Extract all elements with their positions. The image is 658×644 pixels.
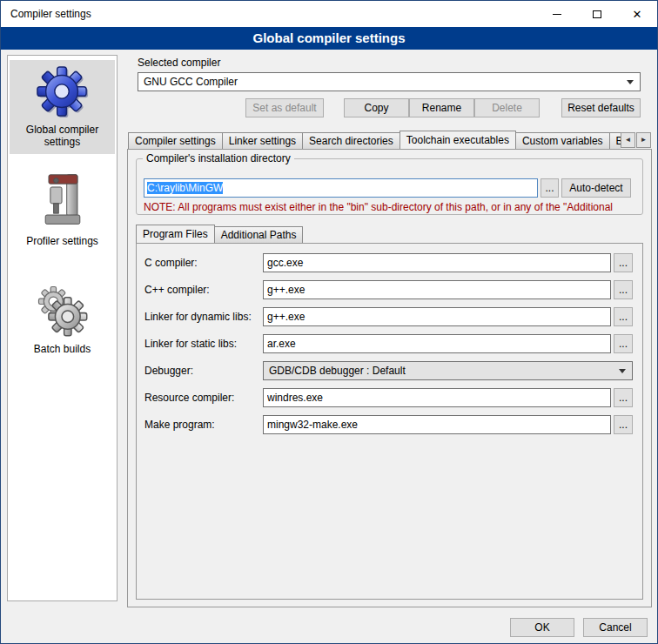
field-row-linker-dynamic: Linker for dynamic libs: ... bbox=[144, 307, 642, 326]
field-row-c-compiler: C compiler: ... bbox=[144, 253, 642, 272]
debugger-value: GDB/CDB debugger : Default bbox=[269, 365, 406, 377]
tab-linker-settings[interactable]: Linker settings bbox=[222, 132, 303, 149]
field-row-resource-compiler: Resource compiler: ... bbox=[144, 388, 642, 407]
close-icon: ✕ bbox=[633, 9, 642, 20]
tab-additional-paths[interactable]: Additional Paths bbox=[214, 226, 304, 243]
field-row-debugger: Debugger: GDB/CDB debugger : Default bbox=[144, 361, 642, 380]
sidebar-item-global-compiler-settings[interactable]: Global compiler settings bbox=[10, 60, 115, 154]
c-compiler-browse-button[interactable]: ... bbox=[614, 253, 633, 272]
delete-button[interactable]: Delete bbox=[474, 98, 540, 117]
tab-toolchain-executables[interactable]: Toolchain executables bbox=[400, 131, 516, 149]
resource-compiler-browse-button[interactable]: ... bbox=[614, 388, 633, 407]
auto-detect-button[interactable]: Auto-detect bbox=[561, 178, 631, 198]
c-compiler-label: C compiler: bbox=[144, 257, 263, 269]
dialog-header: Global compiler settings bbox=[1, 27, 657, 50]
compiler-settings-window: Compiler settings ✕ Global compiler sett… bbox=[0, 0, 658, 644]
linker-dynamic-input[interactable] bbox=[263, 307, 611, 326]
linker-static-label: Linker for static libs: bbox=[144, 338, 263, 350]
sidebar-item-label: Batch builds bbox=[11, 343, 113, 355]
installation-directory-group: Compiler's installation directory C:\ray… bbox=[136, 158, 643, 215]
chevron-down-icon bbox=[627, 80, 634, 84]
minimize-button[interactable] bbox=[537, 1, 577, 27]
make-program-input[interactable] bbox=[263, 415, 611, 434]
sidebar-item-batch-builds[interactable]: Batch builds bbox=[10, 279, 115, 361]
linker-dynamic-label: Linker for dynamic libs: bbox=[144, 311, 263, 323]
titlebar: Compiler settings ✕ bbox=[1, 1, 657, 27]
selected-compiler-select[interactable]: GNU GCC Compiler bbox=[138, 72, 641, 91]
tab-program-files[interactable]: Program Files bbox=[136, 225, 215, 243]
ok-button[interactable]: OK bbox=[510, 618, 574, 637]
set-as-default-button[interactable]: Set as default bbox=[245, 98, 324, 117]
tab-custom-variables[interactable]: Custom variables bbox=[515, 132, 610, 149]
tab-scroll-right-button[interactable]: ► bbox=[636, 132, 651, 148]
make-program-browse-button[interactable]: ... bbox=[614, 415, 633, 434]
linker-dynamic-browse-button[interactable]: ... bbox=[614, 307, 633, 326]
linker-static-input[interactable] bbox=[263, 334, 611, 353]
selected-compiler-value: GNU GCC Compiler bbox=[144, 76, 238, 88]
bin-subdirectory-note: NOTE: All programs must exist either in … bbox=[144, 201, 640, 213]
reset-defaults-button[interactable]: Reset defaults bbox=[561, 98, 641, 117]
cancel-button[interactable]: Cancel bbox=[583, 618, 648, 637]
sidebar-item-label: Profiler settings bbox=[11, 235, 113, 247]
tab-scroll-left-button[interactable]: ◄ bbox=[621, 132, 635, 148]
maximize-button[interactable] bbox=[577, 1, 617, 27]
installation-directory-value: C:\raylib\MinGW bbox=[147, 182, 223, 194]
batch-builds-gears-icon bbox=[11, 284, 113, 340]
sidebar-item-label: Global compiler settings bbox=[11, 124, 113, 148]
window-title: Compiler settings bbox=[1, 8, 91, 20]
program-pages-tab-strip: Program Files Additional Paths bbox=[136, 225, 484, 243]
field-row-make-program: Make program: ... bbox=[144, 415, 642, 434]
minimize-icon bbox=[553, 14, 561, 15]
chevron-down-icon bbox=[619, 369, 626, 373]
tab-compiler-settings[interactable]: Compiler settings bbox=[128, 132, 223, 149]
sidebar-item-profiler-settings[interactable]: Profiler settings bbox=[10, 168, 115, 253]
linker-static-browse-button[interactable]: ... bbox=[614, 334, 633, 353]
profiler-icon bbox=[11, 172, 113, 232]
resource-compiler-input[interactable] bbox=[263, 388, 611, 407]
program-files-panel: C compiler: ... C++ compiler: ... Linker… bbox=[136, 243, 643, 600]
debugger-label: Debugger: bbox=[144, 365, 263, 377]
field-row-linker-static: Linker for static libs: ... bbox=[144, 334, 642, 353]
window-controls: ✕ bbox=[537, 1, 657, 27]
rename-button[interactable]: Rename bbox=[409, 98, 474, 117]
installation-directory-group-title: Compiler's installation directory bbox=[143, 152, 294, 164]
copy-button[interactable]: Copy bbox=[344, 98, 409, 117]
debugger-select[interactable]: GDB/CDB debugger : Default bbox=[263, 361, 633, 380]
tab-search-directories[interactable]: Search directories bbox=[302, 132, 400, 149]
cpp-compiler-browse-button[interactable]: ... bbox=[614, 280, 633, 299]
selected-compiler-label: Selected compiler bbox=[138, 57, 220, 69]
cpp-compiler-label: C++ compiler: bbox=[144, 284, 263, 296]
main-tab-strip: Compiler settings Linker settings Search… bbox=[128, 131, 621, 149]
make-program-label: Make program: bbox=[144, 419, 263, 431]
sidebar: Global compiler settings bbox=[7, 55, 118, 601]
field-row-cpp-compiler: C++ compiler: ... bbox=[144, 280, 642, 299]
global-settings-gear-icon bbox=[11, 64, 113, 121]
maximize-icon bbox=[593, 10, 601, 18]
cpp-compiler-input[interactable] bbox=[263, 280, 611, 299]
c-compiler-input[interactable] bbox=[263, 253, 611, 272]
resource-compiler-label: Resource compiler: bbox=[144, 392, 263, 404]
installation-directory-input[interactable]: C:\raylib\MinGW bbox=[144, 178, 538, 198]
close-button[interactable]: ✕ bbox=[617, 1, 657, 27]
tab-build-options[interactable]: Build bbox=[609, 132, 621, 149]
installation-directory-browse-button[interactable]: ... bbox=[540, 178, 559, 198]
